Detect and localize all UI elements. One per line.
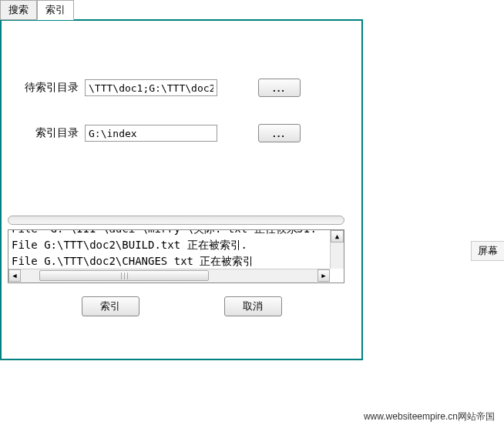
browse-index-button[interactable]: ... [258,124,301,142]
index-dir-input[interactable] [85,125,217,142]
progress-area: File G. \III \auci \mirry \央际. txt 正任攸系J… [8,216,344,283]
scroll-thumb[interactable] [39,270,209,281]
index-dir-label: 索引目录 [13,126,79,140]
cancel-button[interactable]: 取消 [224,296,282,316]
vertical-scrollbar[interactable]: ▲ [330,230,344,269]
pending-dir-input[interactable] [85,79,217,96]
tab-bar: 搜索 索引 [0,0,504,20]
side-label[interactable]: 屏幕 [471,241,504,261]
log-content: File G. \III \auci \mirry \央际. txt 正任攸系J… [8,229,344,271]
footer-text: www.websiteempire.cn网站帝国 [364,410,495,423]
action-row: 索引 取消 [2,296,361,316]
scroll-right-icon[interactable]: ▶ [318,269,330,282]
log-textarea[interactable]: File G. \III \auci \mirry \央际. txt 正任攸系J… [8,229,344,283]
pending-dir-label: 待索引目录 [13,81,79,95]
tab-index[interactable]: 索引 [37,0,74,20]
tab-search[interactable]: 搜索 [0,0,37,20]
browse-pending-button[interactable]: ... [258,79,301,97]
horizontal-scrollbar[interactable]: ◀ ▶ [8,269,330,283]
pending-dir-row: 待索引目录 ... [13,79,350,97]
index-dir-row: 索引目录 ... [13,124,350,142]
scroll-up-icon[interactable]: ▲ [331,230,344,242]
scroll-left-icon[interactable]: ◀ [8,269,21,282]
index-panel: 待索引目录 ... 索引目录 ... File G. \III \auci \m… [0,19,363,360]
progress-bar [8,216,344,225]
index-button[interactable]: 索引 [82,296,139,316]
